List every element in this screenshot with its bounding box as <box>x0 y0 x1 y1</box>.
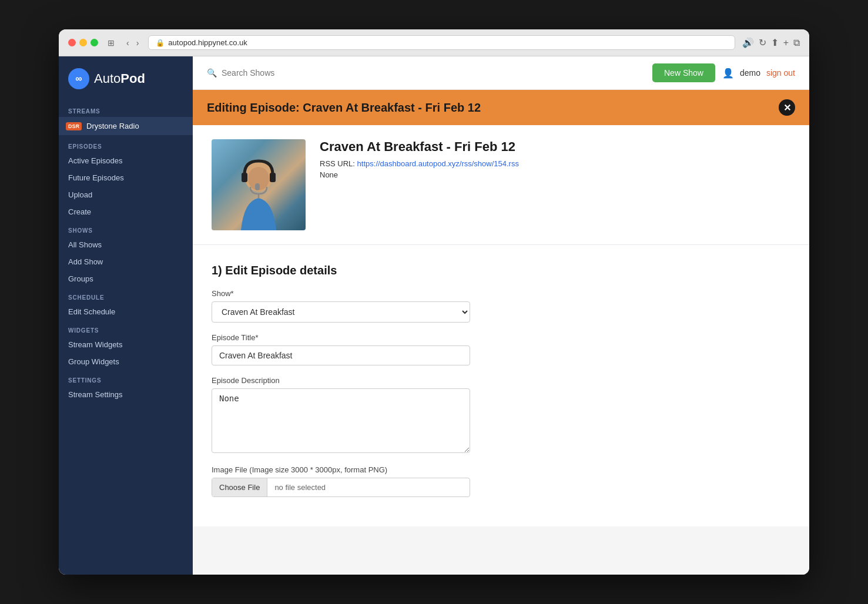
share-icon[interactable]: ⬆ <box>771 37 779 48</box>
image-file-group: Image File (Image size 3000 * 3000px, fo… <box>212 465 790 497</box>
main-content: 🔍 New Show 👤 demo sign out Editing Episo… <box>193 56 809 575</box>
stream-badge: DSR <box>66 122 82 130</box>
rss-url-link[interactable]: https://dashboard.autopod.xyz/rss/show/1… <box>357 159 519 168</box>
person-image <box>223 154 294 230</box>
rss-url: RSS URL: https://dashboard.autopod.xyz/r… <box>320 159 519 168</box>
browser-actions: 🔊 ↻ ⬆ + ⧉ <box>742 37 800 48</box>
streams-label: STREAMS <box>59 101 193 117</box>
maximize-button[interactable] <box>91 39 98 46</box>
sidebar-item-edit-schedule[interactable]: Edit Schedule <box>59 303 193 320</box>
sidebar-item-all-shows[interactable]: All Shows <box>59 236 193 253</box>
app-logo: ∞ AutoPod <box>59 56 193 101</box>
episode-title-label: Episode Title* <box>212 333 790 342</box>
shows-label: SHOWS <box>59 220 193 236</box>
episode-description-none: None <box>320 170 519 179</box>
signout-link[interactable]: sign out <box>766 68 795 78</box>
sidebar-item-add-show[interactable]: Add Show <box>59 253 193 270</box>
file-name-text: no file selected <box>267 478 333 496</box>
file-input-area: Choose File no file selected <box>212 478 470 497</box>
sidebar-toggle[interactable]: ⊞ <box>105 37 117 49</box>
sidebar-item-create[interactable]: Create <box>59 203 193 220</box>
schedule-label: SCHEDULE <box>59 287 193 303</box>
sidebar-item-group-widgets[interactable]: Group Widgets <box>59 353 193 370</box>
user-area: 👤 demo sign out <box>722 68 795 79</box>
lock-icon: 🔒 <box>156 39 165 47</box>
episode-title: Craven At Breakfast - Fri Feb 12 <box>320 139 519 155</box>
image-file-label: Image File (Image size 3000 * 3000px, fo… <box>212 465 790 474</box>
form-section: 1) Edit Episode details Show* Craven At … <box>193 245 809 526</box>
top-header: 🔍 New Show 👤 demo sign out <box>193 56 809 90</box>
svg-rect-3 <box>270 173 276 182</box>
browser-chrome: ⊞ ‹ › 🔒 autopod.hippynet.co.uk 🔊 ↻ ⬆ + ⧉ <box>59 29 809 56</box>
svg-rect-5 <box>255 183 260 190</box>
episode-header: Craven At Breakfast - Fri Feb 12 RSS URL… <box>193 125 809 245</box>
volume-icon: 🔊 <box>742 37 754 48</box>
sidebar-item-future-episodes[interactable]: Future Episodes <box>59 169 193 186</box>
tabs-icon[interactable]: ⧉ <box>793 38 800 48</box>
close-button[interactable] <box>68 39 76 46</box>
show-select[interactable]: Craven At Breakfast <box>212 301 470 323</box>
search-input[interactable] <box>222 68 645 78</box>
episode-desc-textarea[interactable]: None <box>212 388 470 453</box>
stream-name: Drystone Radio <box>86 122 139 130</box>
minimize-button[interactable] <box>79 39 87 46</box>
search-area: 🔍 <box>207 68 645 78</box>
refresh-icon[interactable]: ↻ <box>759 37 766 48</box>
search-icon: 🔍 <box>207 68 217 78</box>
widgets-label: WIDGETS <box>59 320 193 336</box>
episode-title-input[interactable] <box>212 345 470 365</box>
svg-rect-2 <box>242 173 247 182</box>
logo-icon: ∞ <box>68 68 89 89</box>
sidebar-item-active-episodes[interactable]: Active Episodes <box>59 152 193 169</box>
user-icon: 👤 <box>722 68 734 79</box>
logo-text: AutoPod <box>94 71 145 86</box>
url-text: autopod.hippynet.co.uk <box>168 38 247 47</box>
traffic-lights <box>68 39 98 46</box>
episode-image <box>212 139 306 230</box>
show-field-group: Show* Craven At Breakfast <box>212 289 790 323</box>
forward-button[interactable]: › <box>134 37 142 49</box>
editing-banner: Editing Episode: Craven At Breakfast - F… <box>193 90 809 125</box>
back-button[interactable]: ‹ <box>124 37 132 49</box>
sidebar: ∞ AutoPod STREAMS DSR Drystone Radio EPI… <box>59 56 193 575</box>
settings-label: SETTINGS <box>59 370 193 386</box>
banner-title: Editing Episode: Craven At Breakfast - F… <box>207 101 481 115</box>
episode-desc-label: Episode Description <box>212 376 790 385</box>
new-tab-icon[interactable]: + <box>783 38 789 48</box>
show-label: Show* <box>212 289 790 298</box>
sidebar-item-upload[interactable]: Upload <box>59 186 193 203</box>
episode-title-group: Episode Title* <box>212 333 790 365</box>
username: demo <box>740 68 760 78</box>
form-section-title: 1) Edit Episode details <box>212 264 790 277</box>
episode-info: Craven At Breakfast - Fri Feb 12 RSS URL… <box>320 139 519 179</box>
choose-file-button[interactable]: Choose File <box>212 478 267 496</box>
sidebar-item-stream-settings[interactable]: Stream Settings <box>59 386 193 403</box>
sidebar-item-groups[interactable]: Groups <box>59 270 193 287</box>
sidebar-item-stream-widgets[interactable]: Stream Widgets <box>59 336 193 353</box>
new-show-button[interactable]: New Show <box>652 63 715 82</box>
episode-desc-group: Episode Description None <box>212 376 790 455</box>
address-bar[interactable]: 🔒 autopod.hippynet.co.uk <box>148 35 735 50</box>
content-area: Editing Episode: Craven At Breakfast - F… <box>193 90 809 575</box>
close-banner-button[interactable]: ✕ <box>779 99 795 116</box>
episodes-label: EPISODES <box>59 136 193 152</box>
stream-item-drystone[interactable]: DSR Drystone Radio <box>59 117 193 135</box>
